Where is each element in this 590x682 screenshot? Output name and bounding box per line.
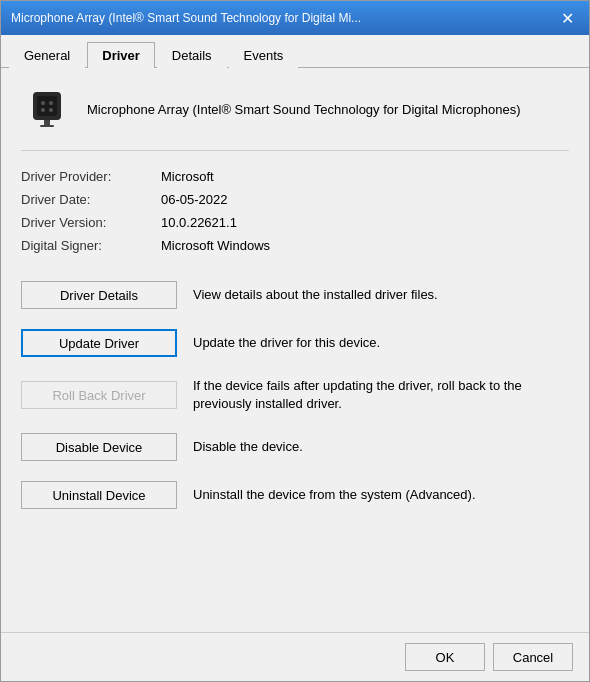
driver-provider-label: Driver Provider:	[21, 169, 161, 184]
driver-details-button[interactable]: Driver Details	[21, 281, 177, 309]
driver-info-table: Driver Provider: Microsoft Driver Date: …	[21, 169, 569, 253]
svg-rect-6	[44, 120, 50, 125]
device-header: Microphone Array (Intel® Smart Sound Tec…	[21, 84, 569, 151]
disable-device-button[interactable]: Disable Device	[21, 433, 177, 461]
action-buttons-section: Driver Details View details about the in…	[21, 271, 569, 519]
driver-details-row: Driver Details View details about the in…	[21, 271, 569, 319]
driver-provider-row: Driver Provider: Microsoft	[21, 169, 569, 184]
driver-date-label: Driver Date:	[21, 192, 161, 207]
disable-device-description: Disable the device.	[193, 438, 303, 456]
uninstall-device-button[interactable]: Uninstall Device	[21, 481, 177, 509]
driver-version-value: 10.0.22621.1	[161, 215, 237, 230]
driver-date-row: Driver Date: 06-05-2022	[21, 192, 569, 207]
ok-button[interactable]: OK	[405, 643, 485, 671]
update-driver-description: Update the driver for this device.	[193, 334, 380, 352]
disable-device-row: Disable Device Disable the device.	[21, 423, 569, 471]
driver-provider-value: Microsoft	[161, 169, 214, 184]
update-driver-row: Update Driver Update the driver for this…	[21, 319, 569, 367]
tab-content: Microphone Array (Intel® Smart Sound Tec…	[1, 68, 589, 632]
driver-version-row: Driver Version: 10.0.22621.1	[21, 215, 569, 230]
window-title: Microphone Array (Intel® Smart Sound Tec…	[11, 11, 555, 25]
device-icon	[21, 84, 73, 136]
device-properties-window: Microphone Array (Intel® Smart Sound Tec…	[0, 0, 590, 682]
device-name: Microphone Array (Intel® Smart Sound Tec…	[87, 101, 521, 119]
tab-driver[interactable]: Driver	[87, 42, 155, 68]
tab-bar: General Driver Details Events	[1, 35, 589, 68]
title-bar: Microphone Array (Intel® Smart Sound Tec…	[1, 1, 589, 35]
cancel-button[interactable]: Cancel	[493, 643, 573, 671]
svg-rect-1	[37, 96, 57, 116]
close-button[interactable]: ✕	[555, 6, 579, 30]
driver-signer-value: Microsoft Windows	[161, 238, 270, 253]
driver-details-description: View details about the installed driver …	[193, 286, 438, 304]
tab-events[interactable]: Events	[229, 42, 299, 68]
uninstall-device-row: Uninstall Device Uninstall the device fr…	[21, 471, 569, 519]
uninstall-device-description: Uninstall the device from the system (Ad…	[193, 486, 476, 504]
update-driver-button[interactable]: Update Driver	[21, 329, 177, 357]
tab-general[interactable]: General	[9, 42, 85, 68]
svg-point-2	[41, 101, 45, 105]
dialog-footer: OK Cancel	[1, 632, 589, 681]
svg-point-4	[41, 108, 45, 112]
driver-signer-row: Digital Signer: Microsoft Windows	[21, 238, 569, 253]
svg-point-3	[49, 101, 53, 105]
svg-point-5	[49, 108, 53, 112]
roll-back-driver-button[interactable]: Roll Back Driver	[21, 381, 177, 409]
driver-version-label: Driver Version:	[21, 215, 161, 230]
tab-details[interactable]: Details	[157, 42, 227, 68]
driver-date-value: 06-05-2022	[161, 192, 228, 207]
roll-back-driver-row: Roll Back Driver If the device fails aft…	[21, 367, 569, 423]
driver-signer-label: Digital Signer:	[21, 238, 161, 253]
svg-rect-7	[40, 125, 54, 127]
roll-back-driver-description: If the device fails after updating the d…	[193, 377, 569, 413]
microphone-icon	[23, 86, 71, 134]
